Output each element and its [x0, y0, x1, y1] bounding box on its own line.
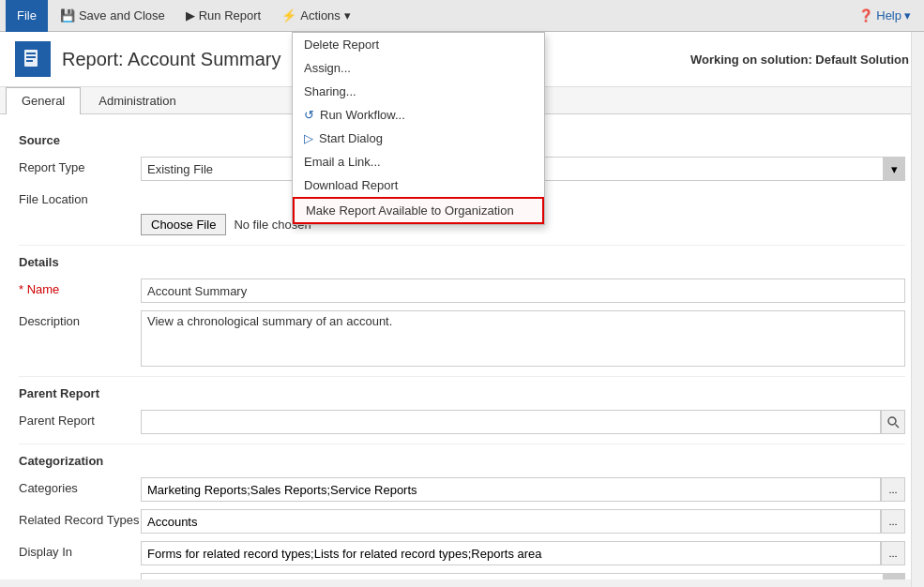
help-dropdown-arrow: ▾: [904, 8, 911, 23]
toolbar: File 💾 Save and Close ▶ Run Report ⚡ Act…: [0, 0, 924, 32]
categories-input[interactable]: [141, 477, 881, 502]
languages-row: Languages English ▾: [19, 573, 905, 579]
parent-report-input[interactable]: [141, 410, 881, 434]
related-record-input-row: ...: [141, 509, 905, 534]
dropdown-item-make-report-available[interactable]: Make Report Available to Organization: [293, 197, 544, 224]
report-type-label: Report Type: [19, 157, 141, 174]
parent-report-row: Parent Report: [19, 410, 905, 434]
categories-label: Categories: [19, 477, 141, 495]
svg-rect-2: [26, 56, 36, 58]
name-row: Name Account Summary: [19, 278, 905, 303]
actions-button[interactable]: ⚡ Actions ▾: [273, 5, 359, 26]
help-icon: ❓: [858, 8, 873, 23]
display-in-label: Display In: [19, 541, 141, 559]
categories-row: Categories ...: [19, 477, 905, 502]
description-textarea[interactable]: View a chronological summary of an accou…: [141, 310, 905, 367]
languages-select-wrapper: English ▾: [141, 573, 905, 579]
related-record-input[interactable]: [141, 509, 881, 534]
dropdown-item-delete-report[interactable]: Delete Report: [293, 33, 544, 56]
save-icon: 💾: [60, 8, 75, 23]
display-in-row: Display In ...: [19, 541, 905, 565]
lookup-icon: [886, 415, 900, 429]
description-label: Description: [19, 310, 141, 328]
tab-administration[interactable]: Administration: [83, 87, 191, 113]
related-record-label: Related Record Types: [19, 509, 141, 527]
svg-point-4: [888, 417, 896, 425]
run-report-icon: ▶: [186, 8, 195, 23]
svg-rect-3: [26, 60, 33, 62]
actions-icon: ⚡: [281, 8, 296, 23]
description-row: Description View a chronological summary…: [19, 310, 905, 367]
dropdown-item-download-report[interactable]: Download Report: [293, 173, 544, 197]
file-location-label: File Location: [19, 188, 141, 206]
dropdown-item-sharing[interactable]: Sharing...: [293, 80, 544, 103]
dropdown-item-assign[interactable]: Assign...: [293, 56, 544, 80]
parent-report-lookup-button[interactable]: [881, 410, 905, 434]
related-record-row: Related Record Types ...: [19, 509, 905, 534]
choose-file-button[interactable]: Choose File: [141, 214, 226, 235]
display-in-ellipsis-button[interactable]: ...: [881, 541, 905, 565]
name-label: Name: [19, 278, 141, 296]
details-section-title: Details: [19, 255, 905, 269]
display-in-input-row: ...: [141, 541, 905, 565]
right-scrollbar[interactable]: [911, 32, 924, 579]
svg-rect-1: [26, 53, 36, 54]
report-title: Report: Account Summary: [62, 49, 280, 70]
display-in-input[interactable]: [141, 541, 881, 565]
categories-ellipsis-button[interactable]: ...: [881, 477, 905, 502]
save-close-button[interactable]: 💾 Save and Close: [52, 5, 174, 26]
related-record-ellipsis-button[interactable]: ...: [881, 509, 905, 534]
report-icon: [15, 41, 51, 77]
svg-line-5: [896, 425, 900, 429]
dialog-icon: ▷: [304, 131, 313, 145]
dropdown-item-start-dialog[interactable]: ▷ Start Dialog: [293, 127, 544, 150]
languages-label: Languages: [19, 573, 141, 579]
name-input[interactable]: Account Summary: [141, 278, 905, 303]
parent-report-input-row: [141, 410, 905, 434]
dropdown-item-email-link[interactable]: Email a Link...: [293, 150, 544, 173]
parent-report-label: Parent Report: [19, 410, 141, 428]
parent-report-section-title: Parent Report: [19, 386, 905, 400]
workflow-icon: ↺: [304, 108, 314, 122]
languages-select[interactable]: English: [141, 573, 905, 579]
working-solution-text: Working on solution: Default Solution: [690, 53, 909, 67]
actions-dropdown-arrow: ▾: [344, 8, 351, 23]
categorization-section-title: Categorization: [19, 454, 905, 468]
help-button[interactable]: ❓ Help ▾: [851, 6, 918, 25]
actions-dropdown-menu: Delete Report Assign... Sharing... ↺ Run…: [292, 32, 545, 225]
categories-input-row: ...: [141, 477, 905, 502]
file-button[interactable]: File: [6, 0, 48, 32]
run-report-button[interactable]: ▶ Run Report: [177, 5, 269, 26]
tab-general[interactable]: General: [6, 87, 81, 114]
dropdown-item-run-workflow[interactable]: ↺ Run Workflow...: [293, 103, 544, 127]
